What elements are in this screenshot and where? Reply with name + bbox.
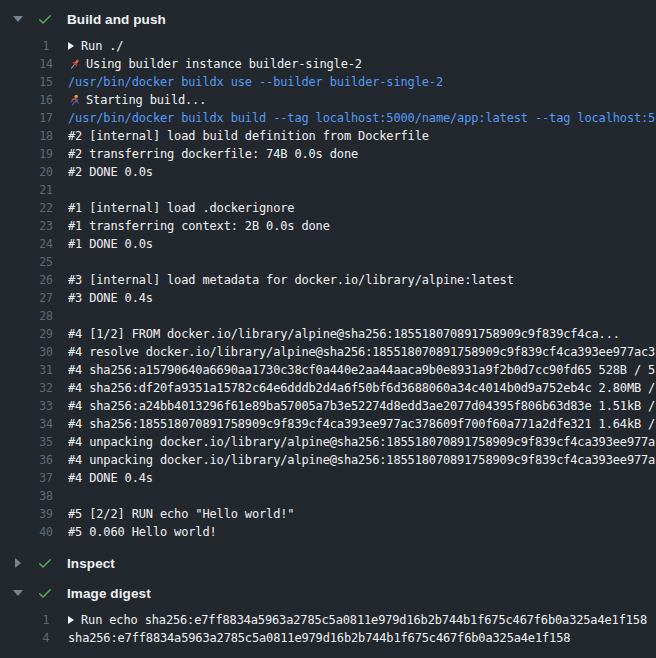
log-line: 15 /usr/bin/docker buildx use --builder …	[0, 73, 656, 91]
line-number[interactable]: 28	[36, 309, 56, 323]
line-number[interactable]: 34	[36, 417, 56, 431]
runner-icon	[68, 94, 81, 107]
log-text: #4 unpacking docker.io/library/alpine@sh…	[68, 435, 656, 449]
line-number[interactable]: 31	[36, 363, 56, 377]
line-number[interactable]: 16	[36, 93, 56, 107]
log-line: 16 Starting build...	[0, 91, 656, 109]
log-line: 21	[0, 181, 656, 199]
log-text: #3 DONE 0.4s	[68, 291, 656, 305]
line-number[interactable]: 39	[36, 507, 56, 521]
log-text: Run echo sha256:e7ff8834a5963a2785c5a081…	[68, 613, 656, 627]
line-number[interactable]: 21	[36, 183, 56, 197]
line-number[interactable]: 1	[36, 613, 56, 627]
section-title: Inspect	[67, 556, 115, 571]
log-text: #1 DONE 0.0s	[68, 237, 656, 251]
line-number[interactable]: 30	[36, 345, 56, 359]
log-line: 39 #5 [2/2] RUN echo "Hello world!"	[0, 505, 656, 523]
log-line: 33 #4 sha256:a24bb4013296f61e89ba57005a7…	[0, 397, 656, 415]
log-line: 38	[0, 487, 656, 505]
section-title: Build and push	[67, 12, 166, 27]
log-text: #4 sha256:185518070891758909c9f839cf4ca3…	[68, 417, 656, 431]
log-text: #4 sha256:a24bb4013296f61e89ba57005a7b3e…	[68, 399, 656, 413]
log-text: Run ./	[68, 39, 656, 53]
log-text: #5 [2/2] RUN echo "Hello world!"	[68, 507, 656, 521]
section-log-rows: 1 Run echo sha256:e7ff8834a5963a2785c5a0…	[0, 611, 656, 647]
line-number[interactable]: 36	[36, 453, 56, 467]
chevron-down-icon	[13, 590, 23, 596]
expand-triangle-icon[interactable]	[68, 42, 74, 50]
line-number[interactable]: 38	[36, 489, 56, 503]
line-number[interactable]: 17	[36, 111, 56, 125]
log-text: #1 transferring context: 2B 0.0s done	[68, 219, 656, 233]
line-number[interactable]: 19	[36, 147, 56, 161]
log-section-inspect: Inspect	[0, 551, 656, 575]
log-section-image-digest: Image digest 1 Run echo sha256:e7ff8834a…	[0, 581, 656, 647]
line-number[interactable]: 37	[36, 471, 56, 485]
line-number[interactable]: 22	[36, 201, 56, 215]
log-line: 1 Run echo sha256:e7ff8834a5963a2785c5a0…	[0, 611, 656, 629]
chevron-right-icon	[13, 558, 23, 568]
line-number[interactable]: 23	[36, 219, 56, 233]
log-text: #5 0.060 Hello world!	[68, 525, 656, 539]
expand-triangle-icon[interactable]	[68, 616, 74, 624]
line-number[interactable]: 40	[36, 525, 56, 539]
log-line: 22 #1 [internal] load .dockerignore	[0, 199, 656, 217]
log-line: 30 #4 resolve docker.io/library/alpine@s…	[0, 343, 656, 361]
log-text: #4 unpacking docker.io/library/alpine@sh…	[68, 453, 656, 467]
pushpin-icon	[68, 58, 81, 71]
log-text: Using builder instance builder-single-2	[68, 57, 656, 71]
log-line: 31 #4 sha256:a15790640a6690aa1730c38cf0a…	[0, 361, 656, 379]
section-header-inspect[interactable]: Inspect	[0, 551, 656, 575]
log-text: #3 [internal] load metadata for docker.i…	[68, 273, 656, 287]
log-text: #2 [internal] load build definition from…	[68, 129, 656, 143]
log-text: #1 [internal] load .dockerignore	[68, 201, 656, 215]
line-number[interactable]: 27	[36, 291, 56, 305]
log-line: 37 #4 DONE 0.4s	[0, 469, 656, 487]
log-line: 4 sha256:e7ff8834a5963a2785c5a0811e979d1…	[0, 629, 656, 647]
log-line: 23 #1 transferring context: 2B 0.0s done	[0, 217, 656, 235]
line-number[interactable]: 14	[36, 57, 56, 71]
line-number[interactable]: 32	[36, 381, 56, 395]
check-icon	[37, 585, 53, 601]
log-line: 36 #4 unpacking docker.io/library/alpine…	[0, 451, 656, 469]
log-line: 17 /usr/bin/docker buildx build --tag lo…	[0, 109, 656, 127]
log-line: 20 #2 DONE 0.0s	[0, 163, 656, 181]
line-number[interactable]: 26	[36, 273, 56, 287]
check-icon	[37, 11, 53, 27]
section-header-image-digest[interactable]: Image digest	[0, 581, 656, 605]
log-text: #4 sha256:a15790640a6690aa1730c38cf0a440…	[68, 363, 656, 377]
log-line: 40 #5 0.060 Hello world!	[0, 523, 656, 541]
line-number[interactable]: 24	[36, 237, 56, 251]
log-line: 1 Run ./	[0, 37, 656, 55]
log-line: 32 #4 sha256:df20fa9351a15782c64e6dddb2d…	[0, 379, 656, 397]
line-number[interactable]: 1	[36, 39, 56, 53]
log-line: 28	[0, 307, 656, 325]
line-number[interactable]: 33	[36, 399, 56, 413]
log-line: 29 #4 [1/2] FROM docker.io/library/alpin…	[0, 325, 656, 343]
log-text: #4 sha256:df20fa9351a15782c64e6dddb2d4a6…	[68, 381, 656, 395]
section-log-rows: 1 Run ./ 14 Using builder instance build…	[0, 37, 656, 541]
log-text: /usr/bin/docker buildx build --tag local…	[68, 111, 656, 125]
line-number[interactable]: 15	[36, 75, 56, 89]
section-header-build-and-push[interactable]: Build and push	[0, 7, 656, 31]
log-text: sha256:e7ff8834a5963a2785c5a0811e979d16b…	[68, 631, 656, 645]
line-number[interactable]: 20	[36, 165, 56, 179]
log-line: 27 #3 DONE 0.4s	[0, 289, 656, 307]
log-line: 19 #2 transferring dockerfile: 74B 0.0s …	[0, 145, 656, 163]
log-text: #2 transferring dockerfile: 74B 0.0s don…	[68, 147, 656, 161]
section-title: Image digest	[67, 586, 151, 601]
check-icon	[37, 555, 53, 571]
log-text: /usr/bin/docker buildx use --builder bui…	[68, 75, 656, 89]
log-text: #4 resolve docker.io/library/alpine@sha2…	[68, 345, 656, 359]
line-number[interactable]: 29	[36, 327, 56, 341]
line-number[interactable]: 35	[36, 435, 56, 449]
log-line: 18 #2 [internal] load build definition f…	[0, 127, 656, 145]
log-text: #4 [1/2] FROM docker.io/library/alpine@s…	[68, 327, 656, 341]
log-text: Starting build...	[68, 93, 656, 107]
line-number[interactable]: 25	[36, 255, 56, 269]
log-line: 34 #4 sha256:185518070891758909c9f839cf4…	[0, 415, 656, 433]
chevron-down-icon	[13, 16, 23, 22]
line-number[interactable]: 4	[36, 631, 56, 645]
line-number[interactable]: 18	[36, 129, 56, 143]
log-text: #4 DONE 0.4s	[68, 471, 656, 485]
